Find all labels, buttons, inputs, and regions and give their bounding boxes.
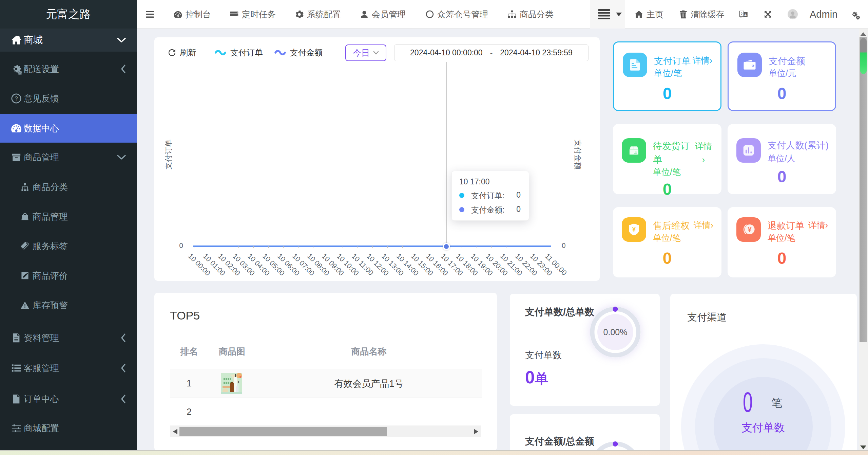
svg-text:¥: ¥ (632, 226, 636, 233)
svg-text:¥: ¥ (748, 226, 752, 233)
svg-text:A: A (744, 13, 747, 17)
svg-text:?: ? (15, 95, 18, 102)
svg-text:文: 文 (740, 12, 743, 16)
